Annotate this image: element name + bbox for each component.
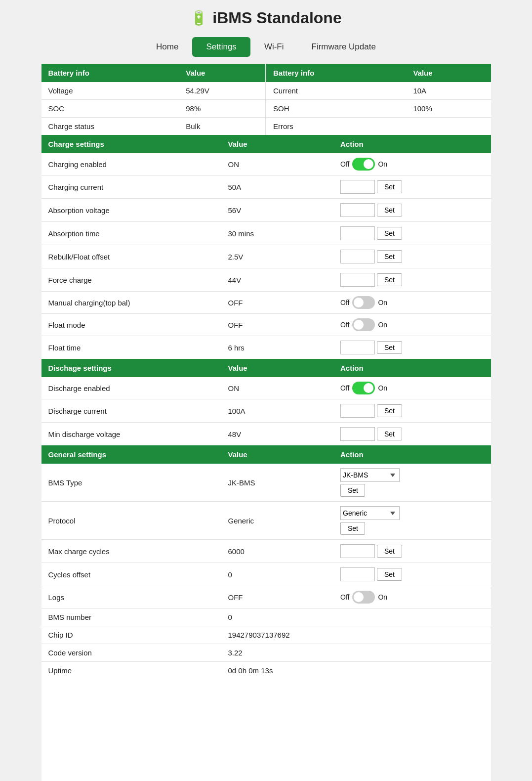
general-settings-value-col: Value	[221, 445, 334, 464]
absorption-voltage-value: 56V	[221, 199, 334, 222]
table-row: Manual charging(top bal) OFF Off On	[41, 292, 491, 314]
uptime-value: 0d 0h 0m 13s	[221, 662, 334, 680]
uptime-action	[333, 662, 491, 680]
discharge-current-set-button[interactable]: Set	[377, 404, 402, 417]
soc-label: SOC	[41, 100, 179, 118]
charging-enabled-label: Charging enabled	[41, 153, 221, 175]
charging-enabled-value: ON	[221, 153, 334, 175]
bms-type-value: JK-BMS	[221, 464, 334, 502]
discharge-enabled-toggle[interactable]	[352, 382, 375, 394]
discharge-enabled-action: Off On	[333, 377, 491, 399]
float-time-label: Float time	[41, 336, 221, 359]
max-charge-cycles-input[interactable]	[340, 544, 375, 558]
table-row: Min discharge voltage 48V Set	[41, 423, 491, 446]
absorption-time-label: Absorption time	[41, 222, 221, 245]
bms-number-action	[333, 608, 491, 626]
rebulk-float-offset-input[interactable]	[340, 250, 375, 263]
battery-info-section: Battery info Value Voltage 54.29V SOC 98…	[41, 64, 491, 135]
table-row: SOC 98%	[41, 100, 266, 118]
charging-current-input[interactable]	[340, 180, 375, 194]
table-row: Voltage 54.29V	[41, 82, 266, 100]
battery-info-right-col2: Value	[406, 64, 491, 82]
float-time-input[interactable]	[340, 341, 375, 354]
cycles-offset-input[interactable]	[340, 567, 375, 581]
off-label: Off	[340, 299, 349, 306]
on-label: On	[378, 160, 387, 168]
rebulk-float-offset-set-button[interactable]: Set	[377, 250, 402, 263]
protocol-action: Generic Set	[333, 502, 491, 540]
protocol-label: Protocol	[41, 502, 221, 540]
bms-number-label: BMS number	[41, 608, 221, 626]
cycles-offset-value: 0	[221, 563, 334, 586]
discharge-enabled-value: ON	[221, 377, 334, 399]
nav-firmware[interactable]: Firmware Update	[298, 37, 390, 57]
code-version-label: Code version	[41, 644, 221, 662]
table-row: Logs OFF Off On	[41, 586, 491, 608]
table-row: Uptime 0d 0h 0m 13s	[41, 662, 491, 680]
code-version-value: 3.22	[221, 644, 334, 662]
chip-id-action	[333, 626, 491, 644]
general-settings-action-col: Action	[333, 445, 491, 464]
charging-current-value: 50A	[221, 175, 334, 199]
table-row: Charging current 50A Set	[41, 175, 491, 199]
cycles-offset-set-button[interactable]: Set	[377, 568, 402, 581]
absorption-voltage-input[interactable]	[340, 203, 375, 217]
min-discharge-voltage-value: 48V	[221, 423, 334, 446]
chip-id-value: 194279037137692	[221, 626, 334, 644]
protocol-value: Generic	[221, 502, 334, 540]
max-charge-cycles-set-button[interactable]: Set	[377, 545, 402, 558]
chip-id-label: Chip ID	[41, 626, 221, 644]
charging-current-label: Charging current	[41, 175, 221, 199]
charge-status-value: Bulk	[179, 118, 266, 135]
nav-bar: Home Settings Wi-Fi Firmware Update	[41, 31, 491, 64]
min-discharge-voltage-input[interactable]	[340, 427, 375, 441]
cycles-offset-label: Cycles offset	[41, 563, 221, 586]
float-mode-action: Off On	[333, 314, 491, 336]
protocol-set-button[interactable]: Set	[340, 522, 365, 535]
table-row: Absorption voltage 56V Set	[41, 199, 491, 222]
force-charge-input[interactable]	[340, 273, 375, 287]
bms-type-select[interactable]: JK-BMS	[340, 468, 400, 482]
discharge-current-input[interactable]	[340, 404, 375, 418]
table-row: Absorption time 30 mins Set	[41, 222, 491, 245]
bms-type-set-button[interactable]: Set	[340, 484, 365, 497]
absorption-time-action: Set	[333, 222, 491, 245]
off-label: Off	[340, 384, 349, 392]
manual-charging-value: OFF	[221, 292, 334, 314]
float-mode-label: Float mode	[41, 314, 221, 336]
protocol-select[interactable]: Generic	[340, 506, 400, 520]
table-row: Float time 6 hrs Set	[41, 336, 491, 359]
float-mode-value: OFF	[221, 314, 334, 336]
manual-charging-toggle[interactable]	[352, 296, 375, 309]
force-charge-set-button[interactable]: Set	[377, 273, 402, 286]
off-label: Off	[340, 160, 349, 168]
on-label: On	[378, 593, 387, 601]
table-row: Errors	[266, 118, 491, 135]
absorption-voltage-action: Set	[333, 199, 491, 222]
on-label: On	[378, 321, 387, 329]
general-settings-label: General settings	[41, 445, 221, 464]
nav-wifi[interactable]: Wi-Fi	[250, 37, 298, 57]
absorption-voltage-label: Absorption voltage	[41, 199, 221, 222]
absorption-time-input[interactable]	[340, 226, 375, 240]
nav-settings[interactable]: Settings	[192, 37, 250, 57]
absorption-time-set-button[interactable]: Set	[377, 227, 402, 240]
absorption-voltage-set-button[interactable]: Set	[377, 204, 402, 217]
float-mode-toggle[interactable]	[352, 318, 375, 331]
charging-enabled-action: Off On	[333, 153, 491, 175]
table-row: Force charge 44V Set	[41, 268, 491, 292]
charging-current-set-button[interactable]: Set	[377, 180, 402, 193]
discharge-enabled-label: Discharge enabled	[41, 377, 221, 399]
manual-charging-label: Manual charging(top bal)	[41, 292, 221, 314]
float-time-value: 6 hrs	[221, 336, 334, 359]
absorption-time-value: 30 mins	[221, 222, 334, 245]
nav-home[interactable]: Home	[142, 37, 192, 57]
uptime-label: Uptime	[41, 662, 221, 680]
on-label: On	[378, 299, 387, 306]
min-discharge-voltage-set-button[interactable]: Set	[377, 428, 402, 440]
float-time-set-button[interactable]: Set	[377, 341, 402, 354]
charging-enabled-toggle[interactable]	[352, 158, 375, 171]
discharge-settings-table: Dischage settings Value Action Discharge…	[41, 359, 491, 445]
errors-value	[406, 118, 491, 135]
logs-toggle[interactable]	[352, 591, 375, 604]
